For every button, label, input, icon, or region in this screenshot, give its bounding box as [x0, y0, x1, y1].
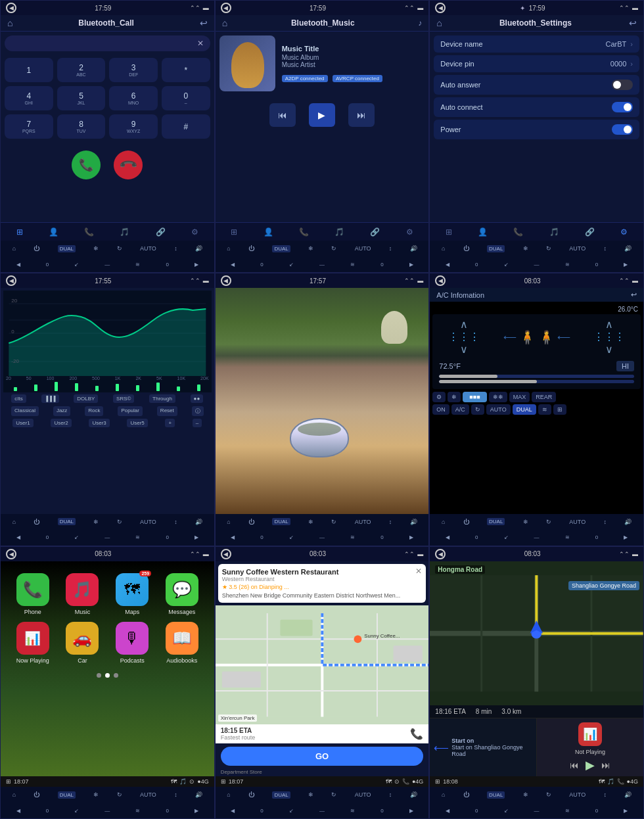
auto-btn[interactable]: AUTO [486, 404, 511, 415]
max-btn[interactable]: MAX [509, 392, 530, 402]
power-ctrl-icon[interactable]: ⏻ [34, 245, 39, 252]
preset-user3[interactable]: User3 [89, 419, 109, 427]
fan-down-right[interactable]: ∨ [605, 343, 613, 356]
grid-btn[interactable]: ⊞ [553, 404, 566, 415]
nav-phone-cp[interactable]: 📞 [402, 778, 409, 785]
back-button-p9[interactable]: ◀ [435, 549, 446, 559]
back-button-p2[interactable]: ◀ [221, 3, 231, 13]
snow-ctrl-icon[interactable]: ❄ [93, 245, 99, 252]
dial-0[interactable]: 0– [162, 86, 210, 110]
dual-btn[interactable]: DUAL [513, 404, 536, 415]
preset-jazz[interactable]: Jazz [53, 406, 70, 416]
next-button[interactable]: ⏭ [348, 103, 375, 127]
volume-p3[interactable]: 🔊 [624, 245, 632, 252]
left-arrow-p3[interactable]: ◀ [446, 262, 449, 268]
settings-btn[interactable]: ⚙ [432, 392, 446, 402]
right-arrow[interactable]: ▶ [195, 262, 198, 268]
blue-fill-btn[interactable]: ■■■ [463, 392, 486, 402]
device-pin-row[interactable]: Device pin 0000 › [434, 55, 639, 72]
home-ctrl-p2[interactable]: ⌂ [227, 245, 230, 252]
np-prev-btn[interactable]: ⏮ [570, 760, 579, 770]
card-close[interactable]: ✕ [415, 567, 422, 576]
ac-btn[interactable]: A/C [451, 404, 469, 415]
dial-star[interactable]: * [162, 58, 210, 82]
nav-link-icon-p2[interactable]: 🔗 [367, 226, 382, 238]
preset-remove[interactable]: – [193, 419, 202, 427]
recirculate-icon[interactable]: ↻ [117, 245, 122, 252]
app-phone[interactable]: 📞 Phone [11, 573, 55, 615]
cp-music-icon[interactable]: 🎵 [179, 778, 187, 785]
recirculate-p3[interactable]: ↻ [546, 245, 551, 252]
nav-grid-cp[interactable]: ⊞ [221, 778, 226, 785]
dial-6[interactable]: 6MNO [109, 86, 158, 110]
turn-music-cp[interactable]: 🎵 [607, 778, 614, 785]
dial-7[interactable]: 7PQRS [5, 114, 53, 139]
dial-4[interactable]: 4GHI [5, 86, 53, 110]
nav-person-icon-p2[interactable]: 👤 [261, 226, 276, 238]
nav-map-cp[interactable]: 🗺 [386, 778, 392, 785]
nav-grid-icon-p2[interactable]: ⊞ [228, 226, 240, 238]
power-ctrl-p3[interactable]: ⏻ [463, 245, 469, 252]
np-play-btn[interactable]: ▶ [586, 758, 595, 772]
back-button-p6[interactable]: ◀ [435, 275, 446, 286]
cp-grid-icon[interactable]: ⊞ [6, 778, 11, 785]
recirc-btn[interactable]: ↻ [471, 404, 484, 415]
dial-2[interactable]: 2ABC [57, 58, 106, 82]
cp-carplay-icon[interactable]: ⊙ [189, 778, 195, 785]
app-music[interactable]: 🎵 Music [61, 573, 104, 615]
back-button-p7[interactable]: ◀ [6, 549, 16, 559]
power-toggle[interactable] [612, 124, 633, 135]
preset-add[interactable]: + [165, 419, 175, 427]
preset-info[interactable]: ⓘ [192, 406, 204, 416]
left-arrow-p2[interactable]: ◀ [231, 262, 235, 268]
preset-user5[interactable]: User5 [127, 419, 147, 427]
back-button-p3[interactable]: ◀ [435, 3, 446, 13]
map-area[interactable]: Sunny Coffee... Xin'ercun Park [216, 605, 429, 724]
preset-dots[interactable]: ●● [191, 394, 204, 403]
nav-phone-p3[interactable]: 📞 [511, 226, 526, 238]
nav-gear-p3[interactable]: ⚙ [618, 226, 630, 238]
close-icon-p1[interactable]: ↩ [200, 18, 208, 28]
dial-3[interactable]: 3DEF [109, 58, 158, 82]
temp-p2[interactable]: ↙ [289, 262, 294, 268]
nav-phone-icon[interactable]: 📞 [81, 226, 97, 238]
auto-connect-toggle[interactable] [612, 102, 633, 112]
home-icon-p1[interactable]: ⌂ [7, 18, 12, 28]
preset-user2[interactable]: User2 [51, 419, 71, 427]
nav-music-p3[interactable]: 🎵 [547, 226, 562, 238]
back-button-p4[interactable]: ◀ [6, 275, 16, 286]
direction-p2[interactable]: ↕ [389, 245, 392, 252]
left-arrow[interactable]: ◀ [16, 262, 20, 268]
power-ctrl-p2[interactable]: ⏻ [248, 245, 254, 252]
back-button-p5[interactable]: ◀ [221, 275, 231, 286]
preset-ddd[interactable]: ▐▐▐ [41, 394, 59, 403]
direction-icon[interactable]: ↕ [174, 245, 177, 252]
rear-btn[interactable]: REAR [532, 392, 556, 402]
fan-up-left[interactable]: ∧ [460, 318, 468, 331]
dial-1[interactable]: 1 [5, 58, 53, 82]
nav-link-icon[interactable]: 🔗 [153, 226, 168, 238]
device-name-row[interactable]: Device name CarBT › [434, 35, 639, 53]
home-ctrl-p3[interactable]: ⌂ [442, 245, 445, 252]
play-button[interactable]: ▶ [309, 103, 335, 127]
nav-gear-icon[interactable]: ⚙ [189, 226, 201, 238]
app-podcasts[interactable]: 🎙 Podcasts [110, 622, 154, 664]
fan-btn[interactable]: ❄ [448, 392, 461, 402]
preset-srs[interactable]: SRS© [113, 394, 134, 403]
temp-down-icon[interactable]: ↙ [74, 262, 79, 268]
direction-p3[interactable]: ↕ [603, 245, 607, 252]
back-button-p8[interactable]: ◀ [221, 549, 231, 559]
clear-icon[interactable]: ✕ [197, 39, 204, 48]
app-messages[interactable]: 💬 Messages [160, 573, 204, 615]
app-audiobooks[interactable]: 📖 Audiobooks [160, 622, 204, 664]
nav-grid-icon[interactable]: ⊞ [14, 226, 26, 238]
temp-slider[interactable] [436, 375, 637, 378]
nav-tic-cp[interactable]: ⊙ [394, 778, 400, 785]
home-ctrl-icon[interactable]: ⌂ [12, 245, 16, 252]
call-button[interactable]: 📞 [72, 151, 101, 179]
nav-music-icon[interactable]: 🎵 [117, 226, 132, 238]
phone-search-bar[interactable]: ✕ [5, 35, 210, 51]
nav-link-p3[interactable]: 🔗 [582, 226, 597, 238]
fan-speed-btn[interactable]: ❄❄ [489, 392, 507, 402]
dial-8[interactable]: 8TUV [57, 114, 106, 139]
